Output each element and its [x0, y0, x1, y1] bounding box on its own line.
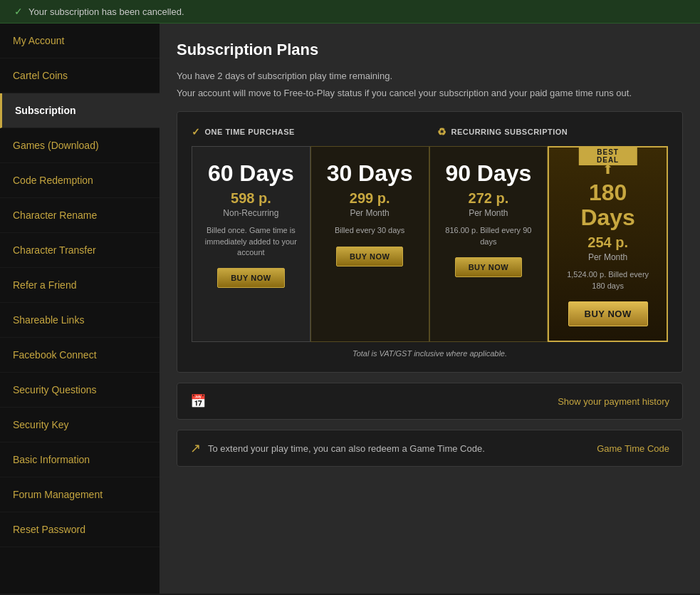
- notification-bar: ✓ Your subscription has been cancelled.: [0, 0, 700, 24]
- buy-btn-60days[interactable]: BUY NOW: [217, 268, 284, 288]
- sidebar-item-security-questions[interactable]: Security Questions: [0, 373, 160, 408]
- recurring-label: ♻ RECURRING SUBSCRIPTION: [437, 126, 568, 138]
- vat-note: Total is VAT/GST inclusive where applica…: [192, 349, 668, 358]
- game-time-card: ↗ To extend your play time, you can also…: [177, 430, 683, 467]
- plan-card-30days: 30 Days299 p.Per MonthBilled every 30 da…: [310, 146, 429, 342]
- plan-desc-60days: Billed once. Game time is immediately ad…: [204, 225, 298, 258]
- plan-price-60days: 598 p.: [204, 190, 298, 207]
- info-line1: You have 2 days of subscription play tim…: [177, 69, 683, 83]
- recycle-icon: ♻: [437, 126, 447, 138]
- payment-history-link[interactable]: Show your payment history: [558, 396, 669, 407]
- checkmark-icon: ✓: [192, 126, 201, 138]
- buy-btn-90days[interactable]: BUY NOW: [455, 257, 522, 277]
- subscription-info: You have 2 days of subscription play tim…: [177, 69, 683, 100]
- plan-days-30days: 30 Days: [323, 161, 417, 186]
- one-time-label: ✓ ONE TIME PURCHASE: [192, 126, 295, 138]
- sidebar-item-cartel-coins[interactable]: Cartel Coins: [0, 58, 160, 93]
- best-deal-badge: BEST DEAL: [578, 147, 637, 165]
- sidebar-item-basic-information[interactable]: Basic Information: [0, 443, 160, 477]
- sidebar-item-reset-password[interactable]: Reset Password: [0, 512, 160, 547]
- plan-card-90days: 90 Days272 p.Per Month816.00 p. Billed e…: [429, 146, 548, 342]
- plan-price-90days: 272 p.: [442, 190, 536, 207]
- plan-price-30days: 299 p.: [323, 190, 417, 207]
- redeem-icon: ↗: [190, 440, 201, 456]
- sidebar-item-facebook-connect[interactable]: Facebook Connect: [0, 338, 160, 373]
- sidebar-item-code-redemption[interactable]: Code Redemption: [0, 163, 160, 198]
- plan-desc-90days: 816.00 p. Billed every 90 days: [442, 225, 536, 247]
- info-line2: Your account will move to Free-to-Play s…: [177, 86, 683, 100]
- plans-container: ✓ ONE TIME PURCHASE ♻ RECURRING SUBSCRIP…: [177, 111, 683, 373]
- plan-period-180days: Per Month: [560, 252, 655, 262]
- buy-btn-180days[interactable]: Buy Now: [568, 301, 648, 326]
- plan-desc-30days: Billed every 30 days: [323, 225, 417, 236]
- sidebar-item-games-download[interactable]: Games (Download): [0, 128, 160, 163]
- main-content: Subscription Plans You have 2 days of su…: [160, 24, 700, 594]
- game-time-text: To extend your play time, you can also r…: [208, 443, 485, 454]
- check-icon: ✓: [14, 6, 23, 17]
- sidebar-item-shareable-links[interactable]: Shareable Links: [0, 303, 160, 338]
- page-title: Subscription Plans: [177, 41, 683, 59]
- plan-card-180days: BEST DEAL⬆180 Days254 p.Per Month1,524.0…: [548, 146, 668, 342]
- plans-header: ✓ ONE TIME PURCHASE ♻ RECURRING SUBSCRIP…: [192, 126, 668, 138]
- plans-grid: 60 Days598 p.Non-RecurringBilled once. G…: [192, 146, 668, 342]
- sidebar-item-character-transfer[interactable]: Character Transfer: [0, 233, 160, 268]
- plan-price-180days: 254 p.: [560, 234, 655, 251]
- sidebar-item-character-rename[interactable]: Character Rename: [0, 198, 160, 233]
- plan-days-90days: 90 Days: [442, 161, 536, 186]
- payment-card-left: 📅: [190, 393, 213, 409]
- plan-desc-180days: 1,524.00 p. Billed every 180 days: [560, 269, 655, 291]
- sidebar-item-security-key[interactable]: Security Key: [0, 408, 160, 443]
- calendar-icon: 📅: [190, 393, 206, 409]
- notification-message: Your subscription has been cancelled.: [28, 6, 184, 17]
- plan-period-30days: Per Month: [323, 208, 417, 218]
- sidebar: My AccountCartel CoinsSubscriptionGames …: [0, 24, 160, 594]
- game-card-left: ↗ To extend your play time, you can also…: [190, 440, 485, 456]
- game-time-link[interactable]: Game Time Code: [597, 443, 669, 454]
- plan-days-60days: 60 Days: [204, 161, 298, 186]
- payment-history-card: 📅 Show your payment history: [177, 383, 683, 420]
- sidebar-item-forum-management[interactable]: Forum Management: [0, 477, 160, 512]
- layout: My AccountCartel CoinsSubscriptionGames …: [0, 24, 700, 594]
- sidebar-item-refer-a-friend[interactable]: Refer a Friend: [0, 268, 160, 303]
- sidebar-item-my-account[interactable]: My Account: [0, 24, 160, 58]
- sidebar-item-subscription[interactable]: Subscription: [0, 93, 160, 128]
- plan-period-60days: Non-Recurring: [204, 208, 298, 218]
- plan-card-60days: 60 Days598 p.Non-RecurringBilled once. G…: [192, 146, 310, 342]
- plan-period-90days: Per Month: [442, 208, 536, 218]
- buy-btn-30days[interactable]: BUY NOW: [336, 247, 403, 267]
- plan-days-180days: 180 Days: [560, 180, 655, 230]
